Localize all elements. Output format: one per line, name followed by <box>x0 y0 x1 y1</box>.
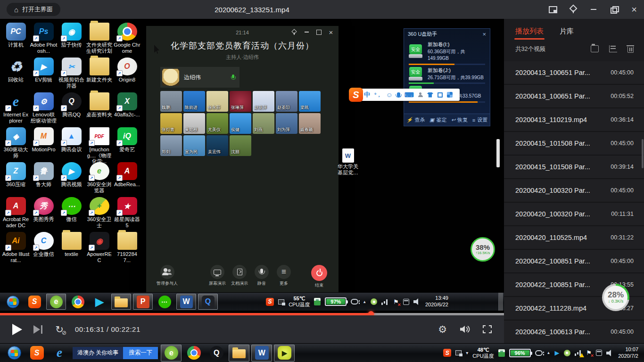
participant-tile: 侯健 <box>230 113 251 134</box>
playlist-item[interactable]: 20200426_100613 Par... 00:45:00 <box>504 321 644 343</box>
taskbar-app-icon[interactable]: S <box>26 345 47 362</box>
desktop-icon: Google Chrome <box>113 23 141 58</box>
playlist-item[interactable]: 20200413_100651 Par... 00:45:00 <box>504 61 644 85</box>
taskbar-app-icon[interactable]: W <box>251 345 272 362</box>
playlist-item[interactable]: 20200415_101508 Par... 00:39:14 <box>504 156 644 179</box>
desktop-icon-image: iQ <box>117 127 137 145</box>
desktop-icon: C 企业微信 <box>30 232 58 267</box>
playlist-item[interactable]: 20200420_110525.mp4 00:31:22 <box>504 226 644 250</box>
360-tray-icon[interactable] <box>564 350 570 356</box>
desktop-icon-image: Ps <box>34 23 54 41</box>
usb-tray-icon <box>314 298 321 305</box>
desktop-icon-label: 360安全卫士 <box>86 216 113 228</box>
360-tray-icon <box>371 298 377 305</box>
maximize-icon[interactable] <box>610 6 618 13</box>
taskbar-app-icon[interactable]: e <box>161 345 182 362</box>
tab-playlist[interactable]: 播放列表 <box>515 27 544 40</box>
cpu-temp-indicator: 48℃CPU温度 <box>472 347 494 359</box>
playlist-item-duration: 00:05:52 <box>611 93 634 99</box>
mini-player-icon[interactable] <box>549 6 557 13</box>
drive-name: 新加卷(J:) <box>428 67 484 74</box>
play-button[interactable] <box>12 324 22 335</box>
search-widget-headline[interactable]: 港澳办 关你啥事 <box>73 347 123 359</box>
taskbar-app-icon[interactable] <box>229 345 249 362</box>
desktop-icon-image: Ai <box>6 232 26 250</box>
fullscreen-icon[interactable] <box>483 325 492 333</box>
close-icon[interactable]: × <box>630 6 638 13</box>
repeat-mode-button[interactable]: ↻ <box>53 324 66 334</box>
skin-icon <box>427 92 433 98</box>
active-speaker-row: 边绍伟 <box>160 67 239 88</box>
usb-action-icon: ≡ <box>472 117 475 123</box>
participant-name: 刘为萍 <box>277 127 290 133</box>
desktop-icon-image <box>90 92 109 110</box>
volume-icon[interactable] <box>459 325 471 334</box>
desktop-icon-image: A <box>117 162 137 180</box>
desktop-icon-image: 鲁 <box>34 162 54 180</box>
taskbar-app-icon: S <box>25 294 44 310</box>
pin-on-top-icon[interactable] <box>569 6 578 13</box>
video-canvas[interactable]: PC 计算机 Ps Adobe Photosh... ◉ 茄子快传 文件夹研究生… <box>0 19 504 311</box>
taskbar-app-icon[interactable] <box>183 345 204 362</box>
desktop-icon-image: ◈ <box>6 127 26 145</box>
desktop-icon: 71922847... <box>113 232 141 267</box>
participant-name: 黄焰根 <box>185 127 198 133</box>
usb-helper-action-button: ▣ 鉴定 <box>429 116 446 123</box>
participant-tile: 梁凯 <box>299 91 321 112</box>
add-folder-icon[interactable] <box>591 45 599 52</box>
meeting-window-controls: × <box>291 29 334 35</box>
window-title: 20200622_133251.mp4 <box>0 0 504 19</box>
volume-tray-icon[interactable] <box>606 350 614 356</box>
playlist-item[interactable]: 20200413_110219.mp4 00:36:14 <box>504 108 644 132</box>
playlist-item[interactable]: 20200415_101508 Par... 00:45:00 <box>504 132 644 156</box>
desktop-icon-label: 新建文件夹 <box>86 77 112 83</box>
taskbar-app-icon[interactable]: Q <box>206 345 227 362</box>
meeting-control-icon <box>232 265 247 279</box>
tray-expand-icon[interactable] <box>547 351 551 355</box>
participant-tile: 张琳萍 <box>230 91 251 112</box>
tencent-video-tray-icon[interactable] <box>555 349 560 356</box>
tab-library[interactable]: 片库 <box>560 27 574 40</box>
ime-cn-mode: 中 <box>364 90 370 99</box>
taskbar-app-icon[interactable]: ▶ <box>274 345 295 362</box>
playlist-item[interactable]: 20200413_100651 Par... 00:05:52 <box>504 85 644 108</box>
system-clock[interactable]: 10:072020/7/2 <box>618 346 638 360</box>
mic-active-icon <box>231 74 235 80</box>
trash-icon[interactable] <box>627 47 634 53</box>
tray-expand-icon <box>363 300 366 304</box>
network-signal-icon[interactable] <box>575 350 582 356</box>
search-widget[interactable]: 港澳办 关你啥事 搜索一下 <box>73 346 158 361</box>
taskbar-app-icon[interactable]: e <box>49 345 70 362</box>
playlist-item[interactable]: 20200420_100320 Par... 00:45:00 <box>504 179 644 203</box>
minimize-icon[interactable] <box>589 6 598 13</box>
taskbar-app-icon: ⋯ <box>155 294 174 310</box>
manage-list-icon[interactable] <box>609 45 617 52</box>
calendar-tray-icon[interactable] <box>596 350 602 356</box>
desktop-icon: Q 腾讯QQ <box>58 92 85 127</box>
action-center-icon[interactable] <box>586 349 592 356</box>
taskbar-app-icon[interactable] <box>4 345 25 362</box>
tray-collapse-icon[interactable] <box>466 350 468 355</box>
meeting-control-label: 管理参与人 <box>157 280 178 287</box>
download-progress-badge[interactable]: 28% ↓ 0.3K/s <box>602 284 629 311</box>
playlist-item[interactable]: 20200422_100851 Par... 00:45:00 <box>504 250 644 273</box>
desktop-icon-image: ⋯ <box>62 197 82 215</box>
desktop-icon-image: ✂ <box>62 58 82 75</box>
settings-gear-icon[interactable]: ⚙ <box>438 324 447 334</box>
sogou-ime-bar: S 中 °， ☺ ⌨ <box>350 89 460 101</box>
search-widget-button[interactable]: 搜索一下 <box>123 347 158 359</box>
taskbar-app-icon <box>3 294 23 310</box>
sogou-tray-icon[interactable] <box>443 349 451 357</box>
window-switch-tray-icon[interactable] <box>455 350 462 355</box>
desktop-icon: e 360安全浏览器 <box>85 162 113 197</box>
desktop-icon-label: 腾讯会议 <box>61 147 82 153</box>
usb-tray-icon[interactable] <box>498 349 505 357</box>
desktop-icon-label: Origin8 <box>119 77 135 83</box>
desktop-icon-image: + <box>90 197 109 215</box>
playlist-item-name: 20200420_100320 Par... <box>515 187 590 194</box>
usb-helper-action-button: ↩ 恢复 <box>451 116 468 123</box>
next-button[interactable] <box>33 324 43 335</box>
playlist-item-name: 20200420_110525.mp4 <box>515 234 587 241</box>
playlist-item[interactable]: 20200420_100320 Par... 00:11:31 <box>504 203 644 226</box>
playlist-scrollbar[interactable] <box>642 139 644 168</box>
